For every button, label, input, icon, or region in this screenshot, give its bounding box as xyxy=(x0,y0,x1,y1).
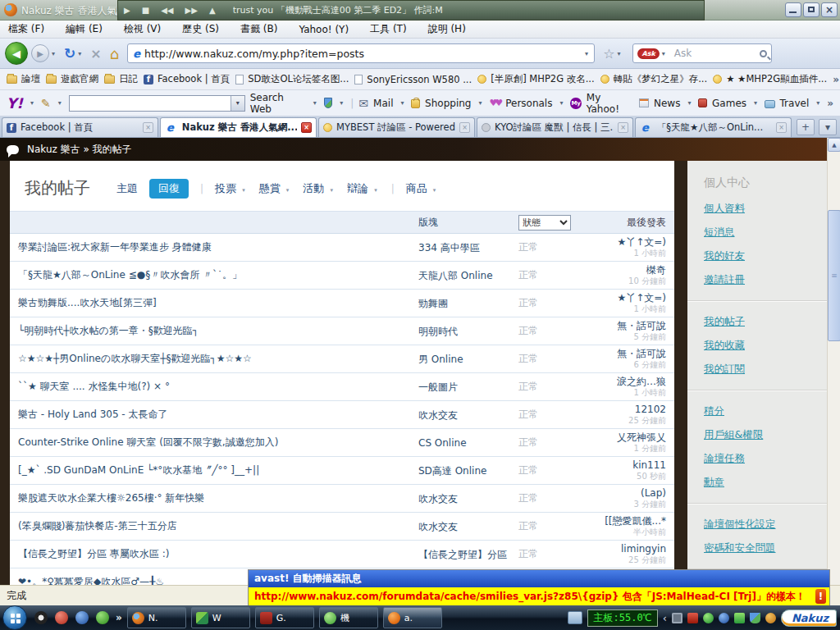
post-title-link[interactable]: 樂古勁舞版....吹水天地[第三彈] xyxy=(10,296,418,310)
yahoo-news-link[interactable]: News xyxy=(654,98,680,109)
news-dropdown-icon[interactable]: ▾ xyxy=(685,99,693,107)
yahoo-travel-link[interactable]: Travel xyxy=(780,98,810,109)
bookmark-dropdown-icon[interactable]: ▾ xyxy=(614,50,623,57)
sidebar-item-usergroup[interactable]: 用戶組&權限 xyxy=(704,428,827,442)
yahoo-games-link[interactable]: Games xyxy=(712,98,746,109)
menu-history[interactable]: 歷史 (S) xyxy=(182,22,219,36)
post-title-link[interactable]: └明朝時代┼吹水帖の第一章・§歡迎光臨┐ xyxy=(10,324,418,338)
tab-activity[interactable]: 活動 ▾ xyxy=(303,181,336,196)
last-post-author[interactable]: 淚之約…狼 xyxy=(578,377,666,387)
last-post-author[interactable]: 無・話可說 xyxy=(578,321,666,331)
menu-view[interactable]: 檢視 (V) xyxy=(124,22,161,36)
personals-dropdown-icon[interactable]: ▾ xyxy=(557,99,565,107)
last-post-author[interactable]: 無・話可說 xyxy=(578,349,666,359)
tab-close-icon[interactable]: × xyxy=(459,122,470,133)
tab-close-icon[interactable]: × xyxy=(618,122,628,133)
post-title-link[interactable]: 樂古 - Holy Land 305 - 太長命了 xyxy=(10,408,418,422)
security-shield-icon[interactable] xyxy=(324,98,333,108)
forum-link[interactable]: 勁舞團 xyxy=(418,298,518,309)
yahoo-search-web-button[interactable]: Search Web xyxy=(250,92,306,115)
shield-dropdown-icon[interactable]: ▾ xyxy=(337,99,345,107)
post-title-link[interactable]: Counter-Strike Online 聊天室 (回覆不限字數,誠邀您加入) xyxy=(10,436,418,450)
menu-bookmarks[interactable]: 書籤 (B) xyxy=(240,22,277,36)
menu-file[interactable]: 檔案 (F) xyxy=(8,22,44,36)
url-text[interactable]: http://www.nakuz.com/my.php?item=posts xyxy=(144,48,582,60)
forum-link[interactable]: 天龍八部 Online xyxy=(418,270,518,281)
tab-vote[interactable]: 投票 ▾ xyxy=(215,181,248,196)
post-title-link[interactable]: 學業討論區:祝大家新一年學業進步 身體健康 xyxy=(10,240,418,254)
sidebar-item-subscriptions[interactable]: 我的訂閱 xyxy=(704,363,827,377)
search-box[interactable]: Ask ▾ Ask xyxy=(632,43,772,63)
forum-link[interactable]: 334 高中學區 xyxy=(418,242,518,253)
reload-dropdown-icon[interactable]: ▾ xyxy=(75,50,84,57)
url-bar[interactable]: e http://www.nakuz.com/my.php?item=posts… xyxy=(127,43,595,63)
sidebar-item-medals[interactable]: 勳章 xyxy=(704,476,827,490)
yahoo-logo[interactable]: Y! xyxy=(7,95,23,112)
tab-nakuz-active[interactable]: e Nakuz 樂古 香港人氣網... × xyxy=(160,117,317,137)
bookmarks-overflow-icon[interactable]: » xyxy=(833,74,839,85)
tab-tianlong[interactable]: e 「§天龍★八部～OnLin... × xyxy=(635,117,792,137)
sidebar-item-profile[interactable]: 個人資料 xyxy=(704,202,827,216)
breadcrumb[interactable]: Nakuz 樂古 » 我的帖子 xyxy=(27,143,132,157)
bookmark-item[interactable]: 轉貼《梦幻之星》存... xyxy=(600,73,707,85)
back-button[interactable]: ◀ xyxy=(5,42,28,65)
tray-collapse-icon[interactable]: ‹ xyxy=(663,612,667,624)
tray-icon[interactable] xyxy=(687,613,698,623)
start-button[interactable] xyxy=(2,605,27,630)
tab-kyo[interactable]: KYO討論區 魔獸 | 信長 | 三... × xyxy=(477,117,633,137)
bookmark-item[interactable]: SonyEricsson W580 ... xyxy=(354,74,472,85)
post-title-link[interactable]: 【信長之野望】分區 專屬吹水區 :) xyxy=(10,547,418,561)
minimize-button[interactable] xyxy=(785,2,801,17)
bookmark-item[interactable]: ★ ★MHP2G顯血插件... xyxy=(713,73,827,85)
menu-tools[interactable]: 工具 (T) xyxy=(370,22,407,36)
tab-facebook[interactable]: f Facebook | 首頁 × xyxy=(2,117,158,137)
history-dropdown-icon[interactable]: ▾ xyxy=(49,50,57,57)
tab-replies-active[interactable]: 回復 xyxy=(149,179,189,199)
search-engine-dropdown-icon[interactable]: ▾ xyxy=(660,50,668,57)
bookmark-item[interactable]: SD敢达OL论坛签名图... xyxy=(235,73,349,85)
shield-icon[interactable] xyxy=(750,613,760,623)
last-post-author[interactable]: limingyin xyxy=(578,544,666,555)
shopping-dropdown-icon[interactable]: ▾ xyxy=(476,99,484,107)
quick-launch-icon[interactable] xyxy=(34,611,48,624)
menu-help[interactable]: 說明 (H) xyxy=(428,22,466,36)
pencil-icon[interactable]: ✎ xyxy=(41,97,51,110)
bookmark-item[interactable]: fFacebook | 首頁 xyxy=(144,73,230,85)
travel-dropdown-icon[interactable]: ▾ xyxy=(814,99,822,107)
player-next-icon[interactable]: ▶▶ xyxy=(185,6,198,15)
network-icon[interactable] xyxy=(734,613,745,623)
tray-icon[interactable] xyxy=(703,613,714,623)
forum-link[interactable]: 吹水交友 xyxy=(418,521,518,532)
menu-yahoo[interactable]: Yahoo! (Y) xyxy=(299,24,349,35)
forum-link[interactable]: 【信長之野望】分區 xyxy=(418,549,518,560)
tab-debate[interactable]: 辯論 ▾ xyxy=(347,181,380,196)
games-dropdown-icon[interactable]: ▾ xyxy=(751,99,760,107)
last-post-author[interactable]: (Lap) xyxy=(578,488,666,499)
taskbar-window-messenger[interactable]: 機 xyxy=(319,607,378,628)
mail-icon[interactable]: ✉ xyxy=(358,97,368,110)
mail-dropdown-icon[interactable]: ▾ xyxy=(398,99,406,107)
tab-close-icon[interactable]: × xyxy=(301,122,312,133)
sidebar-item-credits[interactable]: 積分 xyxy=(704,404,827,418)
yahoo-mail-link[interactable]: Mail xyxy=(373,98,393,109)
post-title-link[interactable]: [_★ˋ .SD GunDaM OnLinE └*°吹水基地〞╱°° ]__+|… xyxy=(10,463,418,477)
taskbar-window-firefox[interactable]: N. xyxy=(127,607,186,628)
forum-link[interactable]: 一般圖片 xyxy=(418,381,518,393)
player-stop-icon[interactable]: ■ xyxy=(142,6,149,15)
player-play-icon[interactable]: ▶ xyxy=(124,6,130,15)
home-button[interactable]: ⌂ xyxy=(110,45,119,62)
tray-icon[interactable] xyxy=(672,613,682,623)
restore-button[interactable] xyxy=(803,2,819,17)
close-button[interactable]: × xyxy=(821,2,838,17)
tab-reward[interactable]: 懸賞 ▾ xyxy=(259,181,292,196)
post-title-link[interactable]: ☆★☆★┼男Onlineの吹水聊天室┼§歡迎光臨┐★☆★☆ xyxy=(10,352,418,366)
post-title-link[interactable]: (笨臭爛賤)蕃茄快餐店-第三十五分店 xyxy=(10,519,418,533)
bookmark-folder[interactable]: 遊戲官網 xyxy=(46,73,98,85)
yahoo-search-input[interactable]: ▾ xyxy=(69,95,245,112)
yahoo-shopping-link[interactable]: Shopping xyxy=(425,98,471,109)
yahoo-search-dropdown-icon[interactable]: ▾ xyxy=(231,96,244,111)
forum-link[interactable]: CS Online xyxy=(418,437,518,449)
nakuz-logo[interactable]: Nakuz xyxy=(781,609,837,627)
new-tab-button[interactable]: + xyxy=(797,119,815,135)
menu-edit[interactable]: 編輯 (E) xyxy=(66,22,103,36)
